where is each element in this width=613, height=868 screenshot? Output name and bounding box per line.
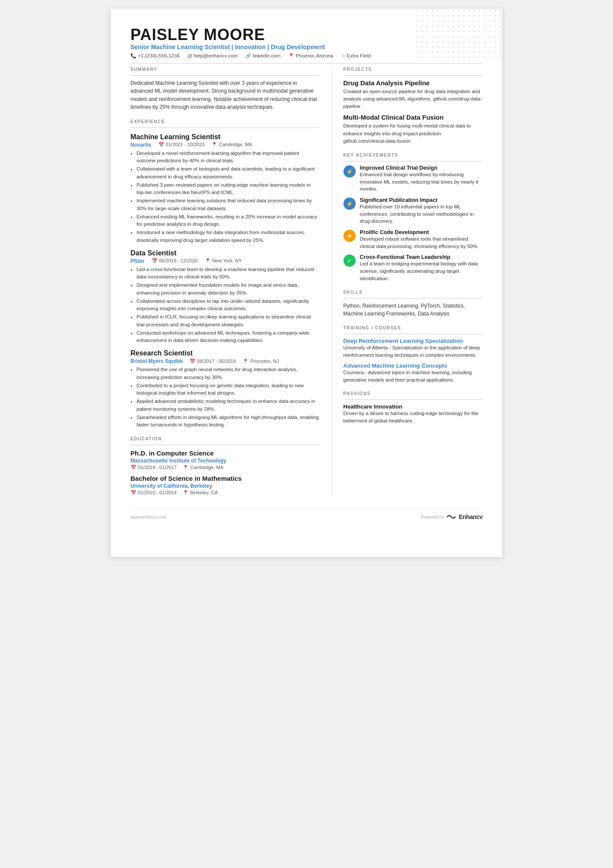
calendar-icon-0: 📅 [158, 142, 164, 147]
projects-label: PROJECTS [343, 67, 483, 72]
extra-contact: ☆ Extra Field [341, 53, 371, 59]
job-location-2: 📍 Princeton, NJ [243, 359, 279, 364]
candidate-name: PAISLEY MOORE [130, 26, 483, 44]
achievement-0: ⚡ Improved Clinical Trial Design Enhance… [343, 165, 483, 193]
job-dates-1: 📅 06/2019 - 12/2020 [152, 258, 198, 264]
bullet-2-2: Applied advanced probabilistic modeling … [137, 398, 319, 413]
bullet-0-1: Collaborated with a team of biologists a… [137, 165, 319, 181]
resume-header: PAISLEY MOORE Senior Machine Learning Sc… [130, 26, 483, 59]
bullet-1-3: Published in ICLR, focusing on deep lear… [137, 313, 319, 328]
footer-brand: Powered by Enhancv [421, 513, 483, 520]
candidate-title: Senior Machine Learning Scientist | Inno… [130, 44, 483, 50]
enhancv-brand-name: Enhancv [459, 513, 483, 520]
job-dates-2: 📅 08/2017 - 05/2019 [190, 359, 236, 364]
project-title-0: Drug Data Analysis Pipeline [343, 79, 483, 87]
powered-by-text: Powered by [421, 515, 444, 519]
email-contact: @ help@enhancv.com [187, 53, 237, 58]
job-title-2: Research Scientist [130, 349, 319, 357]
achievement-content-0: Improved Clinical Trial Design Enhanced … [360, 165, 483, 193]
training-desc-0: University of Alberta - Specialization i… [343, 344, 483, 359]
main-columns: SUMMARY Dedicated Machine Learning Scien… [130, 67, 483, 496]
achievements-divider [343, 161, 483, 161]
edu-calendar-icon-1: 📅 [130, 490, 137, 495]
edu-meta-1: 📅 01/2010 - 01/2014 📍 Berkeley, CA [130, 490, 319, 496]
project-desc-0: Created an open-source pipeline for drug… [343, 88, 483, 111]
job-location-1: 📍 New York, NY [205, 258, 242, 264]
job-meta-1: Pfizer 📅 06/2019 - 12/2020 📍 New York, N… [130, 258, 319, 264]
bullet-2-1: Contributed to a project focusing on gen… [137, 382, 319, 397]
calendar-icon-1: 📅 [152, 258, 158, 263]
passions-label: PASSIONS [343, 391, 483, 396]
job-location-0: 📍 Cambridge, MA [211, 142, 252, 147]
edu-dates-0: 📅 01/2014 - 01/2017 [130, 465, 177, 470]
achievement-icon-3: ✓ [343, 255, 356, 267]
job-bullets-2: Pioneered the use of graph neural networ… [137, 366, 319, 429]
training-title-1: Advanced Machine Learning Concepts [343, 362, 483, 369]
phone-contact: 📞 +1-(234)-555-1234 [130, 53, 180, 59]
achievement-title-3: Cross-Functional Team Leadership [360, 254, 483, 260]
resume-page: PAISLEY MOORE Senior Machine Learning Sc… [111, 9, 502, 557]
bullet-0-0: Developed a novel reinforcement learning… [137, 150, 319, 165]
skills-text: Python, Reinforcement Learning, PyTorch,… [343, 302, 483, 318]
training-desc-1: Coursera - Advanced topics in machine le… [343, 369, 483, 383]
location-icon: 📍 [288, 53, 294, 59]
project-title-1: Multi-Modal Clinical Data Fusion [343, 114, 483, 121]
enhancv-logo-icon [446, 513, 456, 520]
email-icon: @ [187, 53, 192, 58]
passion-desc-0: Driven by a desire to harness cutting-ed… [343, 410, 483, 424]
right-column: PROJECTS Drug Data Analysis Pipeline Cre… [332, 67, 483, 496]
bullet-0-3: Implemented machine learning solutions t… [137, 197, 319, 212]
bullet-1-0: Led a cross-functional team to develop a… [137, 266, 319, 281]
left-column: SUMMARY Dedicated Machine Learning Scien… [130, 67, 319, 496]
calendar-icon-2: 📅 [190, 359, 196, 364]
achievement-desc-1: Published over 10 influential papers in … [360, 203, 483, 225]
footer-url: www.enhancv.com [130, 515, 167, 519]
edu-location-0: 📍 Cambridge, MA [183, 465, 223, 470]
job-dates-0: 📅 01/2021 - 10/2023 [158, 142, 204, 147]
pin-icon-1: 📍 [205, 258, 211, 263]
website-contact: 🔗 linkedin.com [245, 53, 280, 59]
edu-dates-1: 📅 01/2010 - 01/2014 [130, 490, 177, 496]
edu-location-1: 📍 Berkeley, CA [183, 490, 217, 496]
job-company-2: Bristol Myers Squibb [130, 358, 183, 364]
achievement-content-1: Significant Publication Impact Published… [360, 197, 483, 225]
achievement-icon-2: ★ [343, 230, 356, 242]
achievement-icon-1: ⚡ [343, 198, 356, 210]
achievement-content-2: Prolific Code Development Developed robu… [360, 229, 483, 250]
pin-icon-0: 📍 [211, 142, 217, 147]
bullet-1-2: Collaborated across disciplines to tap i… [137, 298, 319, 313]
projects-divider [343, 75, 483, 76]
job-meta-0: Novartis 📅 01/2021 - 10/2023 📍 Cambridge… [130, 142, 319, 148]
contact-bar: 📞 +1-(234)-555-1234 @ help@enhancv.com 🔗… [130, 53, 483, 59]
passions-divider [343, 399, 483, 400]
edu-meta-0: 📅 01/2014 - 01/2017 📍 Cambridge, MA [130, 465, 319, 470]
achievement-title-2: Prolific Code Development [360, 229, 483, 235]
edu-calendar-icon-0: 📅 [130, 465, 137, 470]
summary-text: Dedicated Machine Learning Scientist wit… [130, 79, 319, 111]
bullet-1-1: Designed and implemented foundation mode… [137, 282, 319, 297]
job-company-1: Pfizer [130, 258, 145, 264]
project-desc-1: Developed a system for fusing multi-moda… [343, 122, 483, 145]
summary-label: SUMMARY [130, 67, 319, 72]
pin-icon-2: 📍 [243, 359, 249, 364]
job-company-0: Novartis [130, 142, 151, 148]
achievement-2: ★ Prolific Code Development Developed ro… [343, 229, 483, 250]
job-title-1: Data Scientist [130, 249, 319, 257]
bullet-0-4: Enhanced existing ML frameworks, resulti… [137, 213, 319, 228]
experience-label: EXPERIENCE [130, 119, 319, 124]
achievement-title-0: Improved Clinical Trial Design [360, 165, 483, 171]
achievements-label: KEY ACHIEVEMENTS [343, 153, 483, 158]
edu-pin-icon-0: 📍 [183, 465, 189, 470]
header-divider [130, 63, 483, 64]
achievement-desc-0: Enhanced trial design workflows by intro… [360, 171, 483, 193]
edu-degree-1: Bachelor of Science in Mathematics [130, 475, 319, 482]
training-title-0: Deep Reinforcement Learning Specializati… [343, 338, 483, 344]
passion-title-0: Healthcare Innovation [343, 403, 483, 410]
skills-divider [343, 298, 483, 298]
skills-label: SKILLS [343, 290, 483, 295]
education-divider [130, 445, 319, 445]
achievement-desc-2: Developed robust software tools that str… [360, 235, 483, 250]
location-contact: 📍 Phoenix, Arizona [288, 53, 333, 59]
bullet-2-3: Spearheaded efforts in designing ML algo… [137, 414, 319, 429]
experience-divider [130, 127, 319, 128]
